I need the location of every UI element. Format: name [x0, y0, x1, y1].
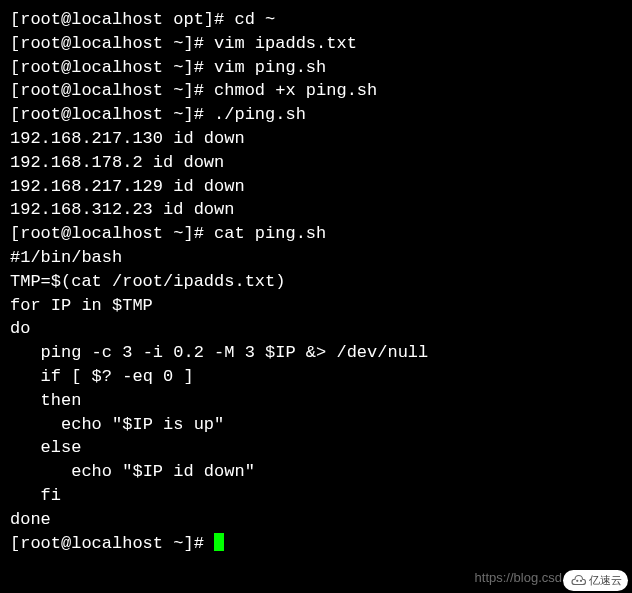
shell-output: 192.168.312.23 id down: [10, 200, 234, 219]
terminal-line: else: [10, 436, 622, 460]
shell-output: else: [10, 438, 81, 457]
shell-output: if [ $? -eq 0 ]: [10, 367, 194, 386]
shell-output: then: [10, 391, 81, 410]
terminal-output[interactable]: [root@localhost opt]# cd ~[root@localhos…: [10, 8, 622, 555]
svg-point-0: [576, 580, 578, 582]
terminal-line: [root@localhost ~]# cat ping.sh: [10, 222, 622, 246]
shell-prompt: [root@localhost ~]#: [10, 534, 214, 553]
shell-output: echo "$IP is up": [10, 415, 224, 434]
terminal-line: 192.168.178.2 id down: [10, 151, 622, 175]
terminal-line: TMP=$(cat /root/ipadds.txt): [10, 270, 622, 294]
shell-command: ./ping.sh: [214, 105, 306, 124]
watermark-text: https://blog.csd: [475, 569, 562, 587]
shell-output: do: [10, 319, 30, 338]
terminal-line: [root@localhost ~]#: [10, 532, 622, 556]
shell-output: #1/bin/bash: [10, 248, 122, 267]
shell-output: echo "$IP id down": [10, 462, 255, 481]
shell-command: vim ipadds.txt: [214, 34, 357, 53]
shell-output: fi: [10, 486, 61, 505]
shell-prompt: [root@localhost ~]#: [10, 105, 214, 124]
terminal-line: ping -c 3 -i 0.2 -M 3 $IP &> /dev/null: [10, 341, 622, 365]
shell-prompt: [root@localhost ~]#: [10, 58, 214, 77]
terminal-line: [root@localhost ~]# ./ping.sh: [10, 103, 622, 127]
shell-output: 192.168.217.130 id down: [10, 129, 245, 148]
shell-output: 192.168.178.2 id down: [10, 153, 224, 172]
shell-prompt: [root@localhost ~]#: [10, 224, 214, 243]
terminal-line: [root@localhost opt]# cd ~: [10, 8, 622, 32]
terminal-line: if [ $? -eq 0 ]: [10, 365, 622, 389]
logo-text: 亿速云: [589, 573, 622, 588]
shell-output: 192.168.217.129 id down: [10, 177, 245, 196]
terminal-line: do: [10, 317, 622, 341]
terminal-line: fi: [10, 484, 622, 508]
shell-prompt: [root@localhost opt]#: [10, 10, 234, 29]
shell-command: vim ping.sh: [214, 58, 326, 77]
shell-command: cat ping.sh: [214, 224, 326, 243]
terminal-line: 192.168.312.23 id down: [10, 198, 622, 222]
shell-output: TMP=$(cat /root/ipadds.txt): [10, 272, 285, 291]
terminal-line: #1/bin/bash: [10, 246, 622, 270]
terminal-line: for IP in $TMP: [10, 294, 622, 318]
shell-prompt: [root@localhost ~]#: [10, 34, 214, 53]
terminal-line: then: [10, 389, 622, 413]
terminal-line: echo "$IP id down": [10, 460, 622, 484]
terminal-line: 192.168.217.130 id down: [10, 127, 622, 151]
cloud-icon: [569, 573, 587, 587]
shell-output: done: [10, 510, 51, 529]
shell-output: for IP in $TMP: [10, 296, 153, 315]
shell-command: chmod +x ping.sh: [214, 81, 377, 100]
terminal-line: [root@localhost ~]# vim ipadds.txt: [10, 32, 622, 56]
terminal-line: [root@localhost ~]# vim ping.sh: [10, 56, 622, 80]
logo-badge: 亿速云: [563, 570, 628, 591]
terminal-line: [root@localhost ~]# chmod +x ping.sh: [10, 79, 622, 103]
terminal-cursor: [214, 533, 224, 551]
svg-point-1: [580, 580, 582, 582]
terminal-line: echo "$IP is up": [10, 413, 622, 437]
shell-command: cd ~: [234, 10, 275, 29]
shell-prompt: [root@localhost ~]#: [10, 81, 214, 100]
terminal-line: done: [10, 508, 622, 532]
terminal-line: 192.168.217.129 id down: [10, 175, 622, 199]
shell-output: ping -c 3 -i 0.2 -M 3 $IP &> /dev/null: [10, 343, 428, 362]
